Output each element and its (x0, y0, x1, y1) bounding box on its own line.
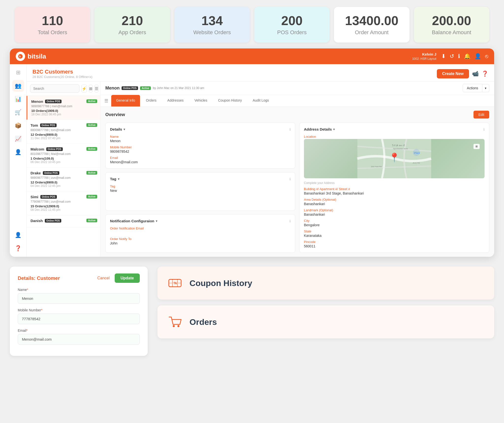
tab-audit-logs[interactable]: Audit Logs (248, 95, 274, 106)
stat-label-order-amount: Order Amount (340, 29, 403, 36)
sidebar-item-customers[interactable]: 👥 (12, 80, 24, 92)
logo-icon: b (16, 52, 25, 61)
stat-card-balance-amount: 200.00 Balance Amount (414, 7, 489, 43)
mobile-label: Mobile Number (110, 145, 291, 149)
detail-badge-pos: Online POS (122, 86, 138, 90)
customer-list: Menon Online POS Active 98909877788 | me… (27, 96, 100, 227)
details-card: Details ▾ ℹ Name Menon Mobile Number 980… (105, 122, 295, 169)
stat-value-order-amount: 13400.00 (340, 14, 403, 28)
form-name-group: Name* (18, 288, 140, 304)
address-info-icon[interactable]: ℹ (483, 127, 485, 131)
state-label: State (304, 229, 485, 233)
video-icon[interactable]: 📹 (472, 71, 479, 77)
form-mobile-label: Mobile Number* (18, 308, 140, 312)
sidebar-item-products[interactable]: 📦 (12, 120, 24, 132)
actions-button[interactable]: Actions (463, 84, 482, 92)
form-title: Details: Customer (18, 275, 60, 281)
logout-icon[interactable]: ⎋ (485, 53, 488, 60)
update-button[interactable]: Update (115, 273, 140, 283)
brand-logo: b bitsila (16, 52, 412, 61)
coupon-history-label: Coupon History (189, 278, 252, 288)
sidebar-item-help[interactable]: ❓ (12, 242, 24, 254)
name-label: Name (110, 135, 291, 138)
sidebar-item-user2[interactable]: 👤 (12, 229, 24, 241)
tag-value: New (110, 189, 291, 193)
sidebar-item-user[interactable]: 👤 (12, 146, 24, 158)
search-input[interactable] (30, 84, 79, 93)
form-email-label: Email* (18, 329, 140, 332)
grid-view-icon[interactable]: ⊞ (89, 85, 93, 92)
detail-meta: by John Mac on 21 Mar 2021 11:30 am (153, 86, 204, 90)
form-email-input[interactable] (18, 334, 140, 345)
form-name-label: Name* (18, 288, 140, 292)
detail-tabs: ☰ General InfoOrdersAddressesVehiclesCou… (100, 95, 494, 107)
stats-row: 110 Total Orders 210 App Orders 134 Webs… (0, 0, 504, 48)
actions-chevron-button[interactable]: ▾ (482, 84, 489, 92)
orders-card[interactable]: Orders (158, 305, 494, 338)
details-card-header: Details ▾ ℹ (110, 127, 291, 131)
order-notify-label: Order Notify To (110, 237, 291, 241)
overview-title: Overview (105, 112, 125, 117)
sidebar-item-analytics[interactable]: 📊 (12, 93, 24, 105)
tag-label: Tag (110, 184, 291, 188)
tab-orders[interactable]: Orders (141, 95, 161, 106)
tab-general-info[interactable]: General Info (111, 95, 140, 106)
sidebar-item-reports[interactable]: 📈 (12, 133, 24, 145)
bottom-section: Details: Customer Cancel Update Name* Mo… (0, 267, 504, 366)
detail-badge-status: Active (140, 86, 151, 90)
download-icon[interactable]: ⬇ (441, 53, 446, 60)
address-card: Address Details ▾ ℹ Location (299, 122, 489, 253)
city-label: City (304, 219, 485, 223)
coupon-history-card[interactable]: % Coupon History (158, 267, 494, 300)
customer-list-item[interactable]: Danish Online POS Active (27, 215, 100, 227)
header-right-btns: Create New 📹 ❓ (437, 69, 488, 78)
form-actions: Cancel Update (97, 273, 140, 283)
map-container: ప్రియా అంగడి Sportswear store iPlace 200… (304, 139, 485, 178)
stat-value-website-orders: 134 (180, 14, 244, 28)
stat-card-total-orders: 110 Total Orders (15, 7, 90, 43)
customers-title-area: B2C Customers 28 B2C Customers(20 Online… (32, 69, 93, 79)
topnav: b bitsila Kelvin J 1002: HSR Layout ⬇ ↺ … (10, 48, 494, 64)
pincode-value: 560011 (304, 244, 485, 248)
feature-cards: % Coupon History Orders (158, 267, 494, 356)
form-name-input[interactable] (18, 293, 140, 304)
form-email-group: Email* (18, 329, 140, 345)
sidebar-item-dashboard[interactable]: ⊞ (12, 67, 24, 78)
refresh-icon[interactable]: ↺ (450, 53, 454, 60)
edit-button[interactable]: Edit (473, 111, 489, 119)
tab-coupon-history[interactable]: Coupon History (213, 95, 247, 106)
customer-list-item[interactable]: Drake Online POS Active 98909877788 | zu… (27, 167, 100, 191)
map-pin: 📍 (389, 152, 400, 163)
form-mobile-input[interactable] (18, 314, 140, 324)
tab-vehicles[interactable]: Vehicles (189, 95, 212, 106)
customer-list-item[interactable]: Menon Online POS Active 98909877788 | me… (27, 96, 100, 120)
help-circle-icon[interactable]: ❓ (482, 71, 488, 77)
filter-icon[interactable]: ⚡ (81, 85, 87, 92)
user-location: 1002: HSR Layout (412, 57, 436, 61)
tab-addresses[interactable]: Addresses (162, 95, 189, 106)
customer-list-item[interactable]: Tom Online POS Active 88009877788 | tom@… (27, 120, 100, 144)
notification-card-title: Notification Configuraion ▾ (110, 219, 157, 223)
stat-card-order-amount: 13400.00 Order Amount (334, 7, 409, 43)
two-panel: ⚡ ⊞ ☰ Menon Online POS Active 9890987778… (27, 81, 494, 257)
landmark-value: Banashankari (304, 212, 485, 216)
map-expand-icon[interactable]: ⊞ (473, 144, 480, 149)
hamburger-icon[interactable]: ☰ (104, 98, 108, 104)
tag-info-icon[interactable]: ℹ (289, 177, 291, 181)
create-new-button[interactable]: Create New (437, 69, 469, 78)
bell-icon[interactable]: 🔔 (464, 53, 471, 60)
details-card-title: Details ▾ (110, 127, 125, 131)
sidebar-item-orders[interactable]: 🛒 (12, 106, 24, 118)
customer-list-item[interactable]: Malcom Online POS Active 80109877788 | M… (27, 144, 100, 167)
details-info-icon[interactable]: ℹ (289, 127, 291, 131)
area-label: Area Details (Optional) (304, 198, 485, 201)
customer-list-item[interactable]: Simi Online POS Active 77909877788 | zun… (27, 191, 100, 215)
tag-card-title: Tag ▾ (110, 177, 119, 181)
cancel-link[interactable]: Cancel (97, 276, 110, 280)
notification-card-header: Notification Configuraion ▾ ℹ (110, 219, 291, 223)
user-icon[interactable]: 👤 (474, 53, 481, 60)
notification-info-icon[interactable]: ℹ (289, 219, 291, 223)
svg-text:Arch Rd: Arch Rd (413, 162, 420, 164)
list-view-icon[interactable]: ☰ (94, 85, 98, 92)
info-icon[interactable]: ℹ (458, 53, 460, 60)
